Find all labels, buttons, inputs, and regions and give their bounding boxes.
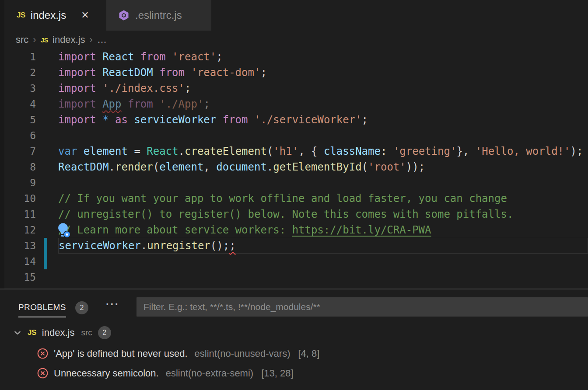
code-text[interactable]: import './index.css'; xyxy=(58,80,588,96)
code-token: , xyxy=(203,161,216,173)
code-line-12[interactable]: 12// Learn more about service workers: h… xyxy=(0,222,588,238)
code-text[interactable] xyxy=(58,128,588,143)
code-token xyxy=(134,51,140,63)
code-text[interactable]: import * as serviceWorker from './servic… xyxy=(58,112,588,128)
code-token xyxy=(153,98,159,110)
line-number[interactable]: 4 xyxy=(0,98,58,110)
code-token: // If you want your app to work offline … xyxy=(58,192,507,205)
problem-row-1[interactable]: 'App' is defined but never used.eslint(n… xyxy=(0,344,588,363)
breadcrumb-item-file[interactable]: index.js xyxy=(52,34,85,45)
code-text[interactable]: ReactDOM.render(element, document.getEle… xyxy=(58,159,588,175)
code-token: * xyxy=(102,114,108,126)
line-number[interactable]: 13 xyxy=(0,240,58,251)
code-line-5[interactable]: 5import * as serviceWorker from './servi… xyxy=(0,112,588,128)
close-icon[interactable]: ✕ xyxy=(81,10,89,20)
code-token: element xyxy=(84,145,128,157)
gutter-modified-bar xyxy=(44,254,47,269)
problem-message: 'App' is defined but never used. xyxy=(54,348,188,359)
code-token: : xyxy=(381,145,393,157)
line-number[interactable]: 12 xyxy=(0,224,58,236)
lightbulb-quickfix-icon[interactable] xyxy=(54,221,72,239)
code-line-6[interactable]: 6 xyxy=(0,128,588,143)
problem-source: eslint(no-unused-vars) xyxy=(195,348,290,359)
comment-link[interactable]: https://bit.ly/CRA-PWA xyxy=(292,224,431,236)
line-number[interactable]: 5 xyxy=(0,114,58,125)
line-number[interactable]: 6 xyxy=(0,130,58,141)
code-text[interactable]: // unregister() to register() below. Not… xyxy=(58,206,588,222)
code-token: 'h1' xyxy=(273,145,298,157)
code-token: import xyxy=(58,66,96,79)
code-token: . xyxy=(109,161,115,173)
line-number[interactable]: 10 xyxy=(0,193,58,204)
problem-source: eslint(no-extra-semi) xyxy=(166,368,254,379)
tab-eslintrc-js[interactable]: .eslintrc.js xyxy=(106,0,211,31)
code-token: 'greeting' xyxy=(393,145,457,157)
code-token: ReactDOM xyxy=(102,66,153,79)
problem-position: [4, 8] xyxy=(298,348,319,359)
code-text[interactable] xyxy=(58,269,588,285)
line-number[interactable]: 15 xyxy=(0,272,58,283)
code-text[interactable]: import ReactDOM from 'react-dom'; xyxy=(58,65,588,80)
problems-panel: PROBLEMS 2 ⋯ JS index.js src 2 'App' is … xyxy=(0,289,588,390)
code-line-9[interactable]: 9 xyxy=(0,175,588,191)
code-text[interactable]: var element = React.createElement('h1', … xyxy=(58,143,588,159)
line-number[interactable]: 3 xyxy=(0,83,58,94)
code-token xyxy=(153,66,159,79)
code-token: )); xyxy=(406,161,425,173)
problem-row-2[interactable]: Unnecessary semicolon.eslint(no-extra-se… xyxy=(0,363,588,383)
chevron-down-icon[interactable] xyxy=(13,328,22,337)
code-line-3[interactable]: 3import './index.css'; xyxy=(0,80,588,96)
breadcrumb-item-src[interactable]: src xyxy=(16,34,28,45)
gutter-modified-bar xyxy=(44,238,47,254)
code-token: ( xyxy=(153,161,159,173)
more-actions-button[interactable]: ⋯ xyxy=(105,296,120,312)
tab-label: .eslintrc.js xyxy=(135,9,182,21)
line-number[interactable]: 1 xyxy=(0,51,58,63)
code-text[interactable]: serviceWorker.unregister();; xyxy=(58,238,588,254)
code-text[interactable]: // If you want your app to work offline … xyxy=(58,191,588,206)
code-token xyxy=(96,98,102,110)
line-number[interactable]: 8 xyxy=(0,161,58,173)
problem-message: Unnecessary semicolon. xyxy=(54,368,159,379)
code-token: render xyxy=(115,161,153,173)
code-token: as xyxy=(115,114,128,126)
line-number[interactable]: 9 xyxy=(0,177,58,188)
code-token: 'react' xyxy=(172,51,216,63)
code-token: ( xyxy=(267,145,273,157)
code-line-1[interactable]: 1import React from 'react'; xyxy=(0,49,588,65)
code-token: import xyxy=(58,51,96,63)
code-text[interactable]: import React from 'react'; xyxy=(58,49,588,65)
code-line-2[interactable]: 2import ReactDOM from 'react-dom'; xyxy=(0,65,588,80)
editor: 1import React from 'react';2import React… xyxy=(0,49,588,289)
code-line-10[interactable]: 10// If you want your app to work offlin… xyxy=(0,191,588,206)
code-line-11[interactable]: 11// unregister() to register() below. N… xyxy=(0,206,588,222)
line-number[interactable]: 14 xyxy=(0,256,58,267)
code-text[interactable]: import App from './App'; xyxy=(58,96,588,112)
line-number[interactable]: 2 xyxy=(0,67,58,78)
code-token xyxy=(122,98,128,110)
problems-filter-input[interactable] xyxy=(136,297,588,317)
code-token: import xyxy=(58,114,96,126)
tab-index-js[interactable]: JS index.js ✕ xyxy=(4,0,105,31)
code-line-15[interactable]: 15 xyxy=(0,269,588,285)
problems-tab[interactable]: PROBLEMS xyxy=(18,303,66,317)
code-line-4[interactable]: 4import App from './App'; xyxy=(0,96,588,112)
code-line-14[interactable]: 14 xyxy=(0,254,588,269)
line-number[interactable]: 11 xyxy=(0,209,58,220)
code-text[interactable]: // Learn more about service workers: htt… xyxy=(58,222,588,238)
code-token: className xyxy=(324,145,381,157)
code-token: 'Hello, world!' xyxy=(476,145,570,157)
chevron-right-icon: › xyxy=(90,34,93,45)
code-line-7[interactable]: 7var element = React.createElement('h1',… xyxy=(0,143,588,159)
breadcrumb-ellipsis[interactable]: … xyxy=(97,34,107,45)
code-text[interactable] xyxy=(58,254,588,269)
code-line-13[interactable]: 13serviceWorker.unregister();; xyxy=(0,238,588,254)
code-text[interactable] xyxy=(58,175,588,191)
line-number[interactable]: 7 xyxy=(0,146,58,157)
code-token: from xyxy=(223,114,248,126)
code-token: ; xyxy=(362,114,368,126)
code-token: ; xyxy=(216,51,222,63)
code-line-8[interactable]: 8ReactDOM.render(element, document.getEl… xyxy=(0,159,588,175)
problems-file-group[interactable]: JS index.js src 2 xyxy=(0,323,588,343)
code-token xyxy=(166,51,172,63)
